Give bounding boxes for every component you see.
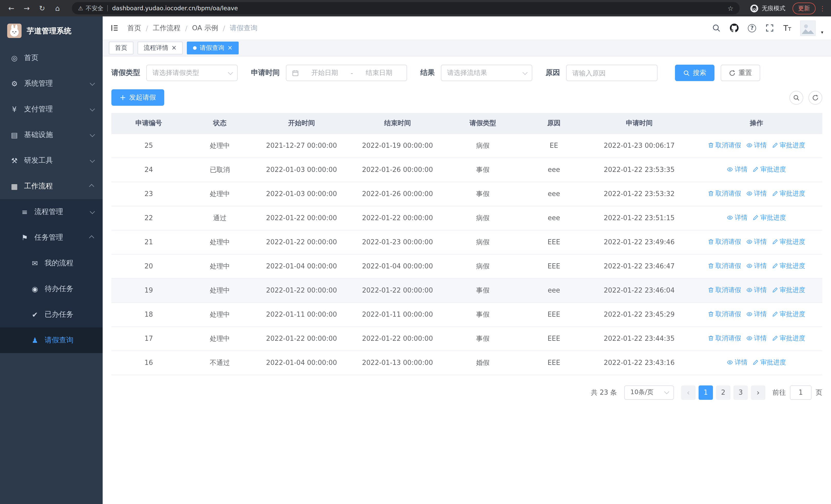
apply-time-range-picker[interactable]: 开始日期 - 结束日期 bbox=[286, 65, 407, 81]
goto-page-input[interactable] bbox=[790, 385, 811, 399]
breadcrumb-item[interactable]: 工作流程 bbox=[153, 23, 180, 33]
detail-link[interactable]: 详情 bbox=[727, 358, 748, 367]
help-icon[interactable]: ? bbox=[748, 24, 756, 32]
sidebar-item-todo-tasks[interactable]: ◉待办任务 bbox=[0, 276, 103, 302]
result-select[interactable]: 请选择流结果 bbox=[441, 65, 532, 81]
github-icon[interactable] bbox=[730, 24, 739, 32]
sidebar-item-task-mgmt[interactable]: ⚑任务管理 bbox=[0, 225, 103, 250]
cell-reason: EEE bbox=[520, 351, 588, 375]
sidebar-item-devtools[interactable]: ⚒研发工具 bbox=[0, 148, 103, 174]
font-size-icon[interactable]: TT bbox=[783, 23, 791, 33]
reason-label: 原因 bbox=[546, 68, 560, 78]
breadcrumb-item[interactable]: OA 示例 bbox=[192, 23, 218, 33]
create-leave-button[interactable]: + 发起请假 bbox=[111, 89, 164, 106]
page-button-1[interactable]: 1 bbox=[698, 385, 713, 399]
sidebar-item-process-mgmt[interactable]: ≡流程管理 bbox=[0, 199, 103, 225]
cancel-link[interactable]: 取消请假 bbox=[708, 238, 741, 246]
update-button[interactable]: 更新 bbox=[793, 2, 815, 14]
chevron-down-icon[interactable]: ▾ bbox=[821, 30, 823, 36]
detail-link[interactable]: 详情 bbox=[746, 286, 767, 295]
page-size-select[interactable]: 10条/页 bbox=[624, 385, 674, 399]
sidebar-item-leave-query[interactable]: ♟请假查询 bbox=[0, 327, 103, 353]
progress-link[interactable]: 审批进度 bbox=[753, 165, 786, 174]
detail-link[interactable]: 详情 bbox=[746, 310, 767, 319]
sidebar-item-infrastructure[interactable]: ▤基础设施 bbox=[0, 122, 103, 148]
close-icon[interactable]: × bbox=[171, 45, 177, 51]
progress-link[interactable]: 审批进度 bbox=[772, 141, 805, 150]
progress-link-label: 审批进度 bbox=[780, 262, 805, 270]
home-button[interactable]: ⌂ bbox=[51, 2, 64, 14]
sidebar-item-home[interactable]: ◎首页 bbox=[0, 45, 103, 71]
cell-end-time: 2022-01-22 00:00:00 bbox=[349, 278, 446, 302]
tab-process-detail[interactable]: 流程详情× bbox=[138, 41, 183, 54]
progress-link[interactable]: 审批进度 bbox=[772, 262, 805, 270]
cancel-link[interactable]: 取消请假 bbox=[708, 286, 741, 295]
cancel-link[interactable]: 取消请假 bbox=[708, 334, 741, 343]
leave-type-select[interactable]: 请选择请假类型 bbox=[146, 65, 238, 81]
user-icon: ♟ bbox=[30, 336, 40, 345]
progress-link[interactable]: 审批进度 bbox=[772, 310, 805, 319]
address-bar[interactable]: ⚠ 不安全 dashboard.yudao.iocoder.cn/bpm/oa/… bbox=[72, 2, 740, 14]
sidebar-item-done-tasks[interactable]: ✔已办任务 bbox=[0, 302, 103, 327]
fullscreen-icon[interactable] bbox=[765, 24, 774, 32]
breadcrumb-item[interactable]: 首页 bbox=[127, 23, 141, 33]
back-button[interactable]: ← bbox=[5, 2, 18, 14]
cell-apply-time: 2022-01-22 23:53:35 bbox=[588, 157, 691, 182]
trash-icon bbox=[708, 311, 714, 318]
tab-leave-query[interactable]: 请假查询× bbox=[187, 41, 239, 54]
cancel-link[interactable]: 取消请假 bbox=[708, 189, 741, 198]
progress-link[interactable]: 审批进度 bbox=[753, 358, 786, 367]
detail-link[interactable]: 详情 bbox=[746, 334, 767, 343]
collapse-menu-icon[interactable] bbox=[110, 24, 119, 32]
search-icon[interactable] bbox=[712, 24, 721, 32]
cell-apply-time: 2022-01-22 23:49:46 bbox=[588, 230, 691, 254]
progress-link[interactable]: 审批进度 bbox=[753, 213, 786, 222]
sidebar-item-my-process[interactable]: ✉我的流程 bbox=[0, 250, 103, 276]
progress-link[interactable]: 审批进度 bbox=[772, 334, 805, 343]
detail-link[interactable]: 详情 bbox=[727, 213, 748, 222]
search-button[interactable]: 搜索 bbox=[675, 65, 715, 81]
url-divider bbox=[108, 5, 108, 11]
cancel-link-label: 取消请假 bbox=[716, 286, 741, 295]
cell-leave-type: 事假 bbox=[446, 278, 520, 302]
avatar[interactable] bbox=[800, 20, 816, 36]
calendar-icon bbox=[292, 69, 299, 76]
reload-button[interactable]: ↻ bbox=[36, 2, 48, 14]
next-page-button[interactable]: › bbox=[751, 385, 765, 399]
filter-apply-time: 申请时间 开始日期 - 结束日期 bbox=[251, 65, 407, 81]
detail-link[interactable]: 详情 bbox=[727, 165, 748, 174]
tab-home[interactable]: 首页 bbox=[109, 41, 134, 54]
cancel-link[interactable]: 取消请假 bbox=[708, 262, 741, 270]
prev-page-button[interactable]: ‹ bbox=[681, 385, 695, 399]
sidebar-item-label: 流程管理 bbox=[34, 207, 90, 216]
detail-link[interactable]: 详情 bbox=[746, 238, 767, 246]
bookmark-star-icon[interactable]: ☆ bbox=[727, 4, 734, 12]
eye-icon bbox=[727, 215, 733, 221]
close-icon[interactable]: × bbox=[227, 45, 232, 51]
page-button-2[interactable]: 2 bbox=[716, 385, 730, 399]
page-button-3[interactable]: 3 bbox=[734, 385, 748, 399]
reason-input[interactable] bbox=[572, 69, 651, 77]
cancel-link[interactable]: 取消请假 bbox=[708, 141, 741, 150]
progress-link[interactable]: 审批进度 bbox=[772, 189, 805, 198]
detail-link[interactable]: 详情 bbox=[746, 189, 767, 198]
reset-button-label: 重置 bbox=[739, 68, 752, 78]
reset-button[interactable]: 重置 bbox=[721, 65, 760, 81]
warning-icon: ⚠ bbox=[78, 5, 83, 11]
toggle-search-button[interactable] bbox=[790, 91, 803, 105]
sidebar-item-system[interactable]: ⚙系统管理 bbox=[0, 71, 103, 96]
cancel-link[interactable]: 取消请假 bbox=[708, 310, 741, 319]
detail-link[interactable]: 详情 bbox=[746, 262, 767, 270]
forward-button[interactable]: → bbox=[21, 2, 33, 14]
progress-link[interactable]: 审批进度 bbox=[772, 238, 805, 246]
refresh-table-button[interactable] bbox=[808, 91, 822, 105]
sidebar-item-payment[interactable]: ¥支付管理 bbox=[0, 96, 103, 122]
cell-end-time: 2022-01-19 00:00:00 bbox=[349, 134, 446, 157]
table-row: 20处理中2022-01-04 00:00:002022-01-04 00:00… bbox=[111, 254, 822, 278]
progress-link[interactable]: 审批进度 bbox=[772, 286, 805, 295]
sidebar-logo[interactable]: 芋道管理系统 bbox=[0, 17, 103, 45]
sidebar-item-workflow[interactable]: ▦工作流程 bbox=[0, 174, 103, 199]
browser-menu-icon[interactable]: ⋮ bbox=[819, 4, 826, 12]
detail-link[interactable]: 详情 bbox=[746, 141, 767, 150]
cell-start-time: 2021-12-27 00:00:00 bbox=[254, 134, 349, 157]
